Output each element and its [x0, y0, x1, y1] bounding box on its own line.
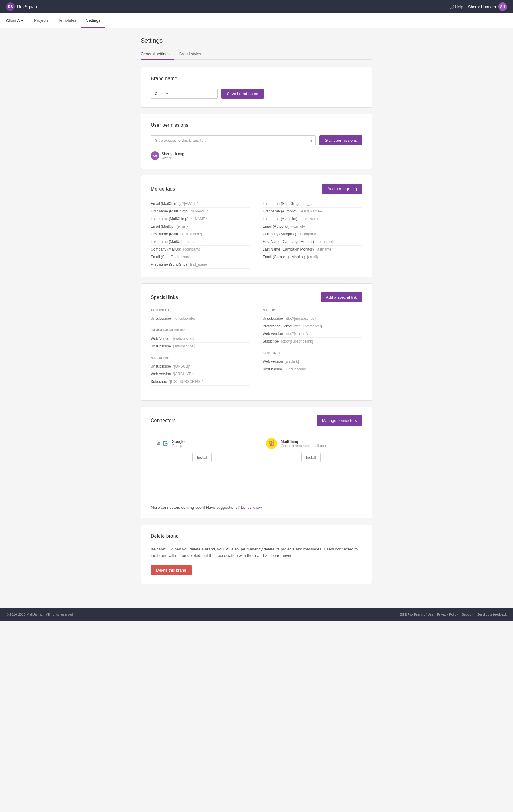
- special-link-item: Web Version [webversion]: [151, 335, 250, 343]
- special-link-item: Subscribe *|LIST:SUBSCRIBE|*: [151, 378, 250, 385]
- connector-sub-mailchimp: Connect your store, sell mor...: [280, 444, 329, 448]
- special-link-item: Unsubscribe http://[unsubscribe]: [263, 315, 362, 322]
- add-special-link-button[interactable]: Add a special link: [321, 292, 362, 302]
- merge-tag-item: Email (SendGrid) -email-: [151, 253, 250, 261]
- merge-tag-item: Last Name (Campaign Monitor) [lastname]: [263, 246, 362, 253]
- brand-chevron-icon: ▾: [21, 18, 23, 23]
- page-title: Settings: [141, 37, 372, 44]
- merge-tags-right: Last name (SendGrid) -last_name- First n…: [263, 200, 362, 268]
- connectors-card: Connectors Manage connectors G G: [141, 407, 372, 519]
- nav-item-settings[interactable]: Settings: [81, 13, 105, 28]
- special-links-section-campaign-monitor: CAMPAIGN MONITOR Web Version [webversion…: [151, 328, 250, 350]
- delete-brand-title: Delete brand: [151, 533, 362, 539]
- connector-card-google: G G Google Google Install: [151, 432, 253, 468]
- footer-copyright: © 2016-2018 MailUp Inc. - All rights res…: [6, 613, 73, 616]
- top-nav-right: ? Help Sherry Huang ▾ SH: [450, 2, 507, 11]
- permissions-select[interactable]: Give access to this brand to...: [151, 135, 316, 145]
- brand-name-card-title: Brand name: [151, 76, 362, 81]
- merge-tags-grid: Email (MailChimp) *|EMAIL|* First name (…: [151, 200, 362, 268]
- user-name: Sherry Huang: [468, 5, 492, 9]
- sub-tabs: General settings Brand styles: [141, 49, 372, 60]
- merge-tag-item: Email (MailUp) {email}: [151, 223, 250, 230]
- special-links-left: AUTOPILOT Unsubscribe --unsubscribe-- CA…: [151, 309, 250, 392]
- mailchimp-logo-icon: 🐒: [266, 438, 277, 449]
- nav-item-templates[interactable]: Templates: [53, 13, 81, 28]
- secondary-nav-items: Client A ▾ Projects Templates Settings: [6, 13, 105, 28]
- special-links-card-header: Special links Add a special link: [151, 292, 362, 302]
- merge-tag-item: Last name (Autopilot) --Last Name--: [263, 215, 362, 223]
- special-links-section-sendgrid: SENDGRID Web version [weblink] Unsubscri…: [263, 351, 362, 373]
- add-merge-tag-button[interactable]: Add a merge tag: [322, 184, 362, 194]
- merge-tag-item: Company (Autopilot) --Company--: [263, 230, 362, 238]
- footer-link-support[interactable]: Support: [462, 613, 474, 616]
- mailchimp-install-button[interactable]: Install: [301, 453, 321, 462]
- merge-tags-title: Merge tags: [151, 186, 175, 192]
- user-initials: SH: [500, 5, 505, 8]
- footer-link-terms[interactable]: BEE Pro Terms of Use: [400, 613, 433, 616]
- footer-link-privacy[interactable]: Privacy Policy: [437, 613, 458, 616]
- delete-brand-card: Delete brand Be careful! When you delete…: [141, 525, 372, 584]
- top-nav-left: RS RevSquare: [6, 2, 38, 11]
- manage-connectors-button[interactable]: Manage connectors: [317, 415, 362, 426]
- owner-role: Owner: [162, 156, 184, 160]
- svg-rect-4: [157, 443, 160, 444]
- help-link[interactable]: ? Help: [450, 5, 463, 9]
- nav-brand[interactable]: Client A ▾: [6, 18, 27, 23]
- special-link-item: Unsubscribe [unsubscribe]: [151, 343, 250, 350]
- connector-name-mailchimp: MailChimp: [280, 439, 329, 444]
- special-links-section-mailup: MAILUP Unsubscribe http://[unsubscribe] …: [263, 309, 362, 345]
- merge-tag-item: Company (MailUp) {company}: [151, 246, 250, 253]
- connectors-card-header: Connectors Manage connectors: [151, 415, 362, 426]
- merge-tag-item: Last name (MailUp) {lastname}: [151, 238, 250, 246]
- special-link-item: Web version *|ARCHIVE|*: [151, 370, 250, 378]
- merge-tag-item: First Name (Campaign Monitor) [firstname…: [263, 238, 362, 246]
- merge-tag-item: First name (MailChimp) *|FNAME|*: [151, 208, 250, 215]
- connector-name-google: Google: [172, 439, 185, 444]
- merge-tags-left: Email (MailChimp) *|EMAIL|* First name (…: [151, 200, 250, 268]
- connector-sub-google: Google: [172, 444, 185, 448]
- brand-input-row: Save brand name: [151, 89, 362, 99]
- merge-tag-item: Email (Campaign Monitor) {email}: [263, 253, 362, 261]
- merge-tag-item: Email (MailChimp) *|EMAIL|*: [151, 200, 250, 208]
- nav-item-projects[interactable]: Projects: [29, 13, 53, 28]
- special-link-item: Unsubscribe [Unsubscribe]: [263, 366, 362, 373]
- special-link-item: Web version http://[staticnl]/: [263, 330, 362, 338]
- merge-tag-item: Email (Autopilot) --Email--: [263, 223, 362, 230]
- brand-name-card: Brand name Save brand name: [141, 67, 372, 108]
- special-link-item: Preference Center http://[prefcenter]: [263, 322, 362, 330]
- connector-name-block-google: Google Google: [172, 439, 185, 448]
- footer-links: BEE Pro Terms of Use Privacy Policy Supp…: [400, 613, 507, 616]
- merge-tag-item: Last name (SendGrid) -last_name-: [263, 200, 362, 208]
- google-install-button[interactable]: Install: [192, 453, 212, 462]
- merge-tags-card-header: Merge tags Add a merge tag: [151, 184, 362, 194]
- brand-name-input[interactable]: [151, 89, 218, 99]
- grant-permissions-button[interactable]: Grant permissions: [319, 135, 362, 145]
- save-brand-name-button[interactable]: Save brand name: [221, 89, 264, 99]
- special-link-item: Unsubscribe --unsubscribe--: [151, 315, 250, 322]
- user-menu[interactable]: Sherry Huang ▾ SH: [468, 2, 507, 11]
- let-us-know-link[interactable]: Let us know: [241, 505, 262, 510]
- permissions-row: Give access to this brand to... ▾ Grant …: [151, 135, 362, 145]
- owner-name: Sherry Huang: [162, 152, 184, 156]
- footer: © 2016-2018 MailUp Inc. - All rights res…: [0, 608, 513, 620]
- google-logo-icon: G G: [157, 438, 168, 449]
- owner-avatar: SH: [151, 151, 159, 160]
- tab-brand-styles[interactable]: Brand styles: [174, 49, 206, 60]
- user-permissions-title: User permissions: [151, 122, 362, 128]
- app-logo: RS: [6, 2, 15, 11]
- user-avatar: SH: [498, 2, 507, 11]
- merge-tag-item: First name (MailUp) {firstname}: [151, 230, 250, 238]
- connectors-title: Connectors: [151, 418, 176, 424]
- chevron-down-icon: ▾: [494, 5, 496, 9]
- merge-tag-item: First name (SendGrid) -first_name-: [151, 261, 250, 268]
- special-links-right: MAILUP Unsubscribe http://[unsubscribe] …: [263, 309, 362, 392]
- top-navigation: RS RevSquare ? Help Sherry Huang ▾ SH: [0, 0, 513, 13]
- special-link-item: Unsubscribe *|UNSUB|*: [151, 363, 250, 370]
- delete-brand-warning: Be careful! When you delete a brand, you…: [151, 546, 362, 559]
- footer-link-feedback[interactable]: Send your feedback: [477, 613, 507, 616]
- tab-general-settings[interactable]: General settings: [141, 49, 174, 60]
- special-links-card: Special links Add a special link AUTOPIL…: [141, 284, 372, 401]
- delete-brand-button[interactable]: Delete this brand: [151, 565, 192, 575]
- connectors-grid: G G Google Google Install: [151, 432, 362, 468]
- merge-tag-item: First name (Autopilot) --First Name--: [263, 208, 362, 215]
